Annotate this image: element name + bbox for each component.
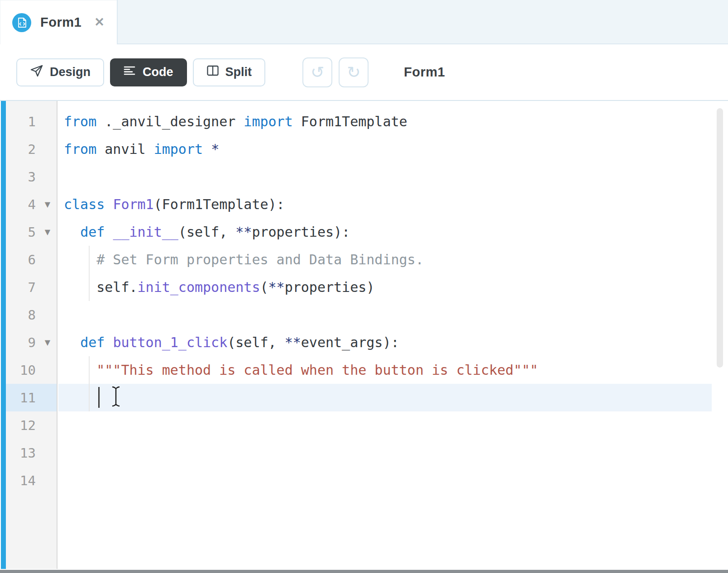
code-token: class <box>64 196 105 212</box>
paper-plane-icon <box>30 64 43 81</box>
tab-label: Form1 <box>40 15 81 30</box>
redo-button[interactable]: ↻ <box>339 57 369 87</box>
line-number: 3 <box>6 169 38 185</box>
tab-bar: Form1 ✕ <box>0 0 728 44</box>
redo-arrow-icon: ↻ <box>347 64 360 81</box>
code-token <box>64 252 96 267</box>
form-title: Form1 <box>404 65 445 80</box>
code-token: import <box>154 141 203 157</box>
code-line[interactable]: """This method is called when the button… <box>58 356 712 384</box>
line-number: 2 <box>6 142 38 157</box>
gutter-row: 13 <box>6 439 57 467</box>
gutter-row: 4▼ <box>6 191 57 218</box>
indent-guide <box>89 246 90 301</box>
code-line[interactable]: from ._anvil_designer import Form1Templa… <box>58 108 712 135</box>
code-line[interactable] <box>58 411 712 439</box>
code-token <box>64 334 80 350</box>
undo-button[interactable]: ↺ <box>302 57 332 87</box>
gutter-row: 5▼ <box>6 218 57 246</box>
code-line[interactable]: self.init_components(**properties) <box>58 273 712 301</box>
code-token: """This method is called when the button… <box>96 362 538 378</box>
code-line[interactable] <box>58 384 712 411</box>
code-line[interactable] <box>58 163 712 191</box>
code-line[interactable]: def __init__(self, **properties): <box>58 218 712 246</box>
code-token: ** <box>285 334 301 350</box>
code-token: properties): <box>252 224 350 240</box>
code-line[interactable] <box>58 301 712 329</box>
gutter-row: 1 <box>6 108 57 135</box>
code-token: ._anvil_designer <box>96 114 244 129</box>
code-line[interactable] <box>58 439 712 467</box>
split-button-label: Split <box>225 65 252 79</box>
code-token: event_args): <box>301 334 399 350</box>
code-token <box>105 196 113 212</box>
gutter-row: 9▼ <box>6 329 57 356</box>
line-number: 14 <box>6 473 38 488</box>
line-number: 8 <box>6 307 38 323</box>
gutter-row: 6 <box>6 246 57 273</box>
editor-toolbar: Design Code Split ↺ ↻ Form1 <box>0 44 728 101</box>
code-token: anvil <box>96 141 153 157</box>
code-token: def <box>80 334 105 350</box>
design-button-label: Design <box>50 65 91 79</box>
code-line[interactable] <box>58 467 712 494</box>
vertical-scrollbar-thumb[interactable] <box>717 108 723 368</box>
code-token: (self, <box>227 334 284 350</box>
gutter-row: 3 <box>6 163 57 191</box>
close-icon[interactable]: ✕ <box>94 16 105 29</box>
code-button-label: Code <box>143 65 173 79</box>
code-token <box>203 141 211 157</box>
collapse-triangle-icon[interactable]: ▼ <box>38 338 57 347</box>
line-number: 11 <box>6 390 38 406</box>
gutter-row: 10 <box>6 356 57 384</box>
code-token: # Set Form properties and Data Bindings. <box>96 252 423 267</box>
mouse-ibeam-cursor <box>110 386 121 409</box>
code-token: * <box>211 141 219 157</box>
code-token: ** <box>268 279 285 295</box>
text-lines-icon <box>124 65 136 80</box>
line-number: 7 <box>6 280 38 295</box>
line-number: 13 <box>6 445 38 461</box>
split-pane-icon <box>206 65 219 80</box>
code-token: properties) <box>285 279 375 295</box>
code-token: (Form1Template): <box>154 196 285 212</box>
line-number: 12 <box>6 418 38 433</box>
code-token: Form1 <box>113 196 153 212</box>
code-editor: 1234▼5▼6789▼1011121314 from ._anvil_desi… <box>0 101 728 573</box>
code-line[interactable]: class Form1(Form1Template): <box>58 191 712 218</box>
split-button[interactable]: Split <box>193 58 266 86</box>
code-token <box>105 224 113 240</box>
code-line[interactable]: def button_1_click(self, **event_args): <box>58 329 712 356</box>
tab-bar-filler <box>117 0 728 44</box>
code-button[interactable]: Code <box>110 58 187 86</box>
code-token: ( <box>260 279 268 295</box>
code-token <box>64 362 96 378</box>
line-number: 4 <box>6 197 38 212</box>
line-number: 1 <box>6 114 38 129</box>
code-token <box>64 224 80 240</box>
code-line[interactable]: # Set Form properties and Data Bindings. <box>58 246 712 273</box>
line-number: 6 <box>6 252 38 267</box>
collapse-triangle-icon[interactable]: ▼ <box>38 200 57 209</box>
code-token: init_components <box>138 279 260 295</box>
horizontal-scrollbar[interactable] <box>0 570 728 573</box>
gutter-row: 7 <box>6 273 57 301</box>
line-number: 10 <box>6 363 38 378</box>
gutter-row: 11 <box>6 384 57 411</box>
gutter-row: 14 <box>6 467 57 494</box>
gutter-row: 2 <box>6 135 57 163</box>
collapse-triangle-icon[interactable]: ▼ <box>38 228 57 236</box>
code-token: __init__ <box>113 224 178 240</box>
gutter-row: 8 <box>6 301 57 329</box>
line-number-gutter: 1234▼5▼6789▼1011121314 <box>6 101 57 569</box>
code-line[interactable]: from anvil import * <box>58 135 712 163</box>
text-caret <box>98 387 100 408</box>
tab-form1[interactable]: Form1 ✕ <box>0 0 117 44</box>
code-token: self. <box>64 279 138 295</box>
code-token: button_1_click <box>113 334 227 350</box>
code-file-icon <box>12 13 31 32</box>
code-token: from <box>64 114 96 129</box>
design-button[interactable]: Design <box>16 58 104 86</box>
code-area[interactable]: from ._anvil_designer import Form1Templa… <box>58 101 728 494</box>
code-token: Form1Template <box>293 114 407 129</box>
